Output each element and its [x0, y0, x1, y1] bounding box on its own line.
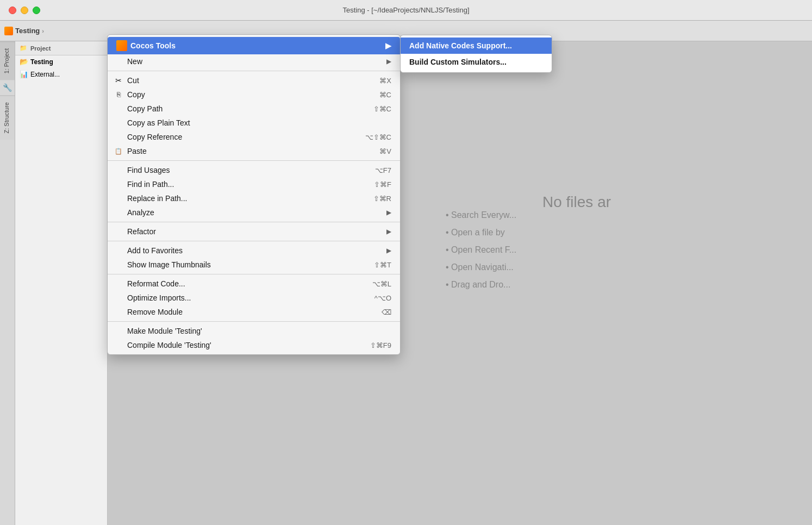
menu-item-show-thumbnails[interactable]: Show Image Thumbnails ⇧⌘T [108, 258, 400, 272]
menu-item-copy-path[interactable]: Copy Path ⇧⌘C [108, 102, 400, 116]
menu-item-copy-ref[interactable]: Copy Reference ⌥⇧⌘C [108, 130, 400, 144]
project-panel-title: Project [30, 45, 51, 52]
add-native-label: Add Native Codes Support... [409, 41, 512, 50]
separator-1 [108, 71, 400, 71]
close-button[interactable] [9, 7, 16, 14]
new-arrow: ▶ [386, 58, 391, 65]
menu-item-reformat[interactable]: Reformat Code... ⌥⌘L [108, 277, 400, 291]
cocos-tools-icon [116, 40, 127, 51]
window-title: Testing - [~/IdeaProjects/NNLJS/Testing] [342, 6, 469, 14]
title-bar: Testing - [~/IdeaProjects/NNLJS/Testing] [0, 0, 812, 21]
menu-item-compile-module[interactable]: Compile Module 'Testing' ⇧⌘F9 [108, 338, 400, 352]
menu-item-copy[interactable]: ⎘ Copy ⌘C [108, 88, 400, 102]
replace-path-label: Replace in Path... [127, 194, 188, 203]
refactor-arrow: ▶ [386, 228, 391, 235]
compile-module-label: Compile Module 'Testing' [127, 341, 211, 349]
cocos-tools-arrow: ▶ [385, 41, 391, 50]
separator-2 [108, 160, 400, 161]
project-tree-testing[interactable]: 📂 Testing [15, 55, 107, 68]
cut-shortcut: ⌘X [358, 77, 391, 85]
copy-label: Copy [127, 90, 145, 99]
sidebar-icon-structure[interactable]: 🔧 [2, 82, 13, 93]
replace-path-shortcut: ⇧⌘R [352, 195, 391, 203]
cut-icon: ✂ [113, 76, 124, 85]
menu-item-add-favorites[interactable]: Add to Favorites ▶ [108, 243, 400, 258]
hint-open-nav: • Open Navigati... [446, 259, 812, 276]
menu-item-cocos-tools[interactable]: Cocos Tools ▶ Add Native Codes Support..… [108, 37, 400, 54]
menu-item-new[interactable]: New ▶ [108, 54, 400, 68]
external-label: External... [30, 71, 60, 78]
menu-item-analyze[interactable]: Analyze ▶ [108, 205, 400, 220]
analyze-label: Analyze [127, 208, 154, 217]
copy-ref-label: Copy Reference [127, 133, 182, 141]
add-favorites-arrow: ▶ [386, 247, 391, 254]
copy-path-shortcut: ⇧⌘C [352, 105, 391, 113]
cocos-tools-label: Cocos Tools [130, 41, 176, 50]
testing-folder-icon: 📂 [20, 58, 28, 66]
menu-item-paste[interactable]: 📋 Paste ⌘V [108, 144, 400, 158]
reformat-label: Reformat Code... [127, 279, 185, 288]
copy-path-label: Copy Path [127, 104, 163, 113]
show-thumbnails-shortcut: ⇧⌘T [352, 261, 391, 269]
toolbar-project-label: Testing › [4, 27, 44, 35]
project-panel: 📁 Project 📂 Testing 📊 External... [15, 41, 108, 525]
hint-open-file: • Open a file by [446, 224, 812, 241]
hint-search: • Search Everyw... [446, 207, 812, 224]
hint-drag-drop: • Drag and Dro... [446, 276, 812, 293]
menu-item-find-usages[interactable]: Find Usages ⌥F7 [108, 163, 400, 177]
remove-module-label: Remove Module [127, 308, 183, 316]
find-usages-label: Find Usages [127, 166, 170, 174]
menu-item-optimize-imports[interactable]: Optimize Imports... ^⌥O [108, 291, 400, 305]
reformat-shortcut: ⌥⌘L [351, 280, 391, 288]
context-menu-overlay: Cocos Tools ▶ Add Native Codes Support..… [107, 34, 401, 355]
copy-shortcut: ⌘C [358, 91, 391, 99]
menu-item-copy-plain[interactable]: Copy as Plain Text [108, 116, 400, 130]
copy-plain-label: Copy as Plain Text [127, 118, 190, 127]
maximize-button[interactable] [33, 7, 40, 14]
make-module-label: Make Module 'Testing' [127, 327, 202, 335]
find-usages-shortcut: ⌥F7 [353, 166, 391, 174]
separator-4 [108, 241, 400, 241]
project-panel-header: 📁 Project [15, 41, 107, 55]
menu-item-remove-module[interactable]: Remove Module ⌫ [108, 305, 400, 319]
separator-3 [108, 222, 400, 222]
find-path-shortcut: ⇧⌘F [352, 180, 391, 189]
project-tree-external[interactable]: 📊 External... [15, 68, 107, 80]
menu-item-replace-path[interactable]: Replace in Path... ⇧⌘R [108, 191, 400, 205]
paste-label: Paste [127, 147, 147, 155]
optimize-imports-label: Optimize Imports... [127, 293, 191, 302]
menu-item-refactor[interactable]: Refactor ▶ [108, 224, 400, 239]
left-sidebar: 1: Project 🔧 Z: Structure [0, 41, 15, 525]
traffic-lights [9, 7, 40, 14]
show-thumbnails-label: Show Image Thumbnails [127, 260, 211, 269]
sidebar-tab-project[interactable]: 1: Project [0, 41, 15, 80]
copy-ref-shortcut: ⌥⇧⌘C [343, 133, 391, 141]
hint-list: • Search Everyw... • Open a file by • Op… [446, 207, 812, 293]
paste-shortcut: ⌘V [358, 147, 391, 155]
sidebar-tab-structure[interactable]: Z: Structure [0, 95, 15, 140]
minimize-button[interactable] [21, 7, 28, 14]
toolbar-chevron: › [42, 28, 44, 34]
analyze-arrow: ▶ [386, 209, 391, 216]
separator-6 [108, 321, 400, 322]
submenu-add-native[interactable]: Add Native Codes Support... [401, 38, 552, 54]
find-path-label: Find in Path... [127, 180, 174, 189]
add-favorites-label: Add to Favorites [127, 246, 183, 255]
submenu-build-simulators[interactable]: Build Custom Simulators... [401, 54, 552, 70]
optimize-imports-shortcut: ^⌥O [353, 294, 391, 302]
remove-module-shortcut: ⌫ [360, 308, 391, 316]
menu-item-make-module[interactable]: Make Module 'Testing' [108, 324, 400, 338]
menu-item-cut[interactable]: ✂ Cut ⌘X [108, 73, 400, 88]
testing-label: Testing [30, 58, 53, 66]
folder-icon: 📁 [20, 45, 27, 52]
new-label: New [127, 57, 142, 66]
copy-icon: ⎘ [113, 91, 124, 98]
paste-icon: 📋 [113, 148, 124, 155]
toolbar-project-name: Testing [15, 27, 40, 35]
compile-module-shortcut: ⇧⌘F9 [348, 341, 391, 349]
cut-label: Cut [127, 76, 139, 85]
context-menu: Cocos Tools ▶ Add Native Codes Support..… [107, 34, 401, 355]
hint-open-recent: • Open Recent F... [446, 241, 812, 259]
menu-item-find-path[interactable]: Find in Path... ⇧⌘F [108, 177, 400, 191]
separator-5 [108, 274, 400, 274]
